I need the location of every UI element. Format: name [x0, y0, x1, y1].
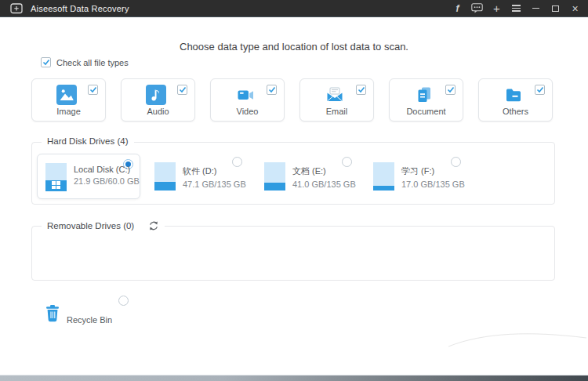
file-type-card-audio[interactable]: Audio	[121, 78, 195, 122]
plus-icon[interactable]: +	[487, 0, 506, 17]
file-type-label: Video	[211, 107, 284, 116]
disk-icon	[264, 162, 285, 190]
facebook-icon[interactable]: f	[448, 0, 467, 17]
drive-e[interactable]: 文档 (E:) 41.0 GB/135 GB	[264, 162, 352, 197]
file-type-card-document[interactable]: Document	[389, 78, 463, 122]
app-window: Aiseesoft Data Recovery f + × Choose da	[0, 0, 588, 381]
email-icon	[325, 85, 345, 105]
folder-icon	[503, 85, 524, 105]
image-icon	[56, 85, 77, 105]
recycle-bin-option[interactable]: Recycle Bin	[38, 295, 130, 331]
file-type-label: Image	[32, 107, 105, 116]
drive-size: 47.1 GB/135 GB	[183, 180, 246, 189]
others-checkbox[interactable]	[535, 85, 545, 95]
check-all-checkbox[interactable]	[41, 57, 51, 67]
file-type-label: Document	[390, 107, 463, 116]
document-checkbox[interactable]	[445, 85, 456, 95]
drive-d[interactable]: 软件 (D:) 47.1 GB/135 GB	[154, 162, 242, 197]
titlebar: Aiseesoft Data Recovery f + ×	[0, 0, 588, 17]
audio-icon	[146, 85, 166, 105]
window-title: Aiseesoft Data Recovery	[31, 4, 129, 13]
drive-size: 17.0 GB/135 GB	[401, 180, 465, 189]
video-checkbox[interactable]	[267, 85, 277, 95]
recycle-bin-radio[interactable]	[118, 296, 129, 306]
audio-checkbox[interactable]	[177, 85, 187, 95]
file-type-card-image[interactable]: Image	[31, 78, 106, 122]
drive-name: 文档 (E:)	[292, 165, 356, 177]
maximize-icon[interactable]	[546, 0, 565, 17]
file-type-card-video[interactable]: Video	[210, 78, 285, 122]
file-type-label: Audio	[122, 107, 194, 116]
drive-local-disk-c[interactable]: Local Disk (C:) 21.9 GB/60.0 GB	[37, 154, 140, 199]
file-type-card-others[interactable]: Others	[478, 78, 553, 122]
disk-icon	[45, 163, 67, 191]
minimize-icon[interactable]	[526, 0, 546, 17]
menu-icon[interactable]	[506, 0, 526, 17]
recycle-bin-label: Recycle Bin	[67, 315, 112, 325]
drive-size: 21.9 GB/60.0 GB	[74, 176, 140, 186]
drive-name: 软件 (D:)	[183, 165, 246, 177]
refresh-icon[interactable]	[148, 220, 159, 231]
hard-disk-drives-section: Hard Disk Drives (4) Local Disk (C:) 21.…	[31, 142, 555, 205]
drive-name: Local Disk (C:)	[74, 165, 140, 174]
removable-drives-section: Removable Drives (0)	[31, 226, 555, 281]
email-checkbox[interactable]	[356, 85, 366, 95]
close-icon[interactable]: ×	[565, 0, 585, 17]
bottom-window-edge	[0, 376, 588, 381]
feedback-icon[interactable]	[467, 0, 487, 17]
file-type-card-email[interactable]: Email	[299, 78, 374, 122]
document-icon	[414, 85, 434, 105]
removable-drives-legend: Removable Drives (0)	[47, 221, 134, 230]
hard-disk-drives-legend: Hard Disk Drives (4)	[42, 136, 134, 146]
check-all-file-types[interactable]: Check all file types	[41, 57, 129, 67]
video-icon	[235, 85, 256, 105]
disk-icon	[154, 162, 176, 190]
titlebar-controls: f + ×	[448, 0, 588, 16]
drive-f[interactable]: 学习 (F:) 17.0 GB/135 GB	[373, 162, 461, 197]
windows-logo-icon	[52, 181, 60, 189]
image-checkbox[interactable]	[88, 85, 98, 95]
app-logo-icon	[10, 3, 23, 14]
file-type-label: Email	[300, 107, 373, 116]
page-title: Choose data type and location of lost da…	[0, 41, 588, 53]
file-type-label: Others	[479, 107, 552, 116]
disk-icon	[373, 162, 394, 190]
check-all-label: Check all file types	[56, 58, 129, 67]
drive-size: 41.0 GB/135 GB	[292, 180, 356, 189]
decorative-wave	[448, 323, 588, 354]
drive-name: 学习 (F:)	[401, 165, 465, 177]
recycle-bin-icon	[44, 304, 61, 326]
